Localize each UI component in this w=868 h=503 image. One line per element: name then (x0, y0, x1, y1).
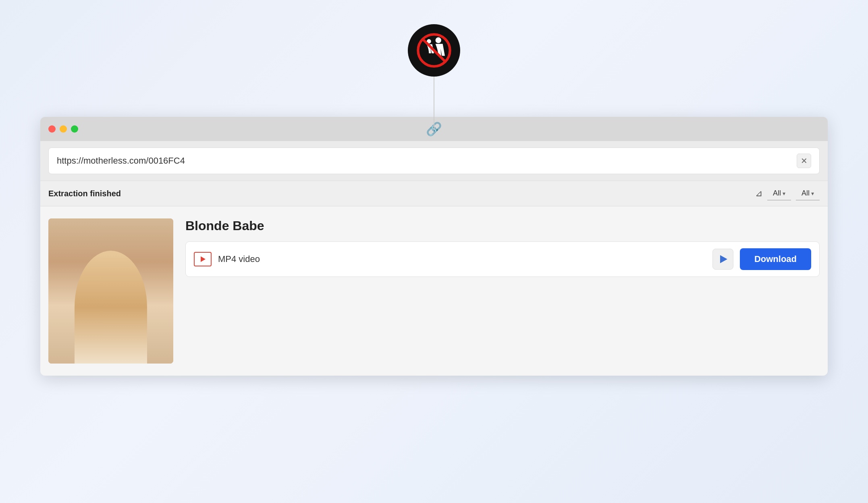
close-button[interactable] (48, 125, 56, 133)
play-triangle-icon (720, 255, 727, 263)
url-bar-area: https://motherless.com/0016FC4 ✕ (40, 141, 828, 181)
extraction-bar: Extraction finished ⊿ All ▾ All ▾ (40, 181, 828, 206)
svg-point-0 (436, 37, 441, 43)
chevron-down-icon-2: ▾ (811, 190, 814, 197)
content-area: Blonde Babe MP4 video Download (40, 206, 828, 376)
thumbnail-image (48, 218, 173, 364)
video-format-label: MP4 video (218, 254, 706, 264)
site-restriction-icon (408, 24, 460, 77)
filter-area: ⊿ All ▾ All ▾ (755, 187, 820, 200)
download-button[interactable]: Download (740, 248, 811, 270)
media-title: Blonde Babe (185, 218, 820, 233)
play-icon-small (201, 256, 206, 262)
filter-icon: ⊿ (755, 188, 762, 199)
site-icon-wrapper (408, 24, 460, 129)
clear-url-button[interactable]: ✕ (797, 154, 811, 168)
url-input[interactable]: https://motherless.com/0016FC4 (57, 156, 797, 166)
extraction-status: Extraction finished (48, 189, 121, 198)
filter-type-dropdown[interactable]: All ▾ (767, 187, 791, 200)
download-row: MP4 video Download (185, 241, 820, 277)
maximize-button[interactable] (71, 125, 78, 133)
connector-line (434, 77, 434, 129)
video-type-icon (194, 252, 212, 266)
minimize-button[interactable] (60, 125, 67, 133)
url-bar-container: https://motherless.com/0016FC4 ✕ (48, 148, 820, 174)
media-thumbnail (48, 218, 173, 364)
play-preview-button[interactable] (712, 249, 733, 270)
chevron-down-icon: ▾ (783, 190, 785, 197)
browser-window: 🔗 https://motherless.com/0016FC4 ✕ Extra… (40, 117, 828, 376)
media-info: Blonde Babe MP4 video Download (185, 218, 820, 277)
filter-quality-dropdown[interactable]: All ▾ (796, 187, 820, 200)
media-item: Blonde Babe MP4 video Download (48, 218, 820, 364)
traffic-lights (48, 125, 78, 133)
